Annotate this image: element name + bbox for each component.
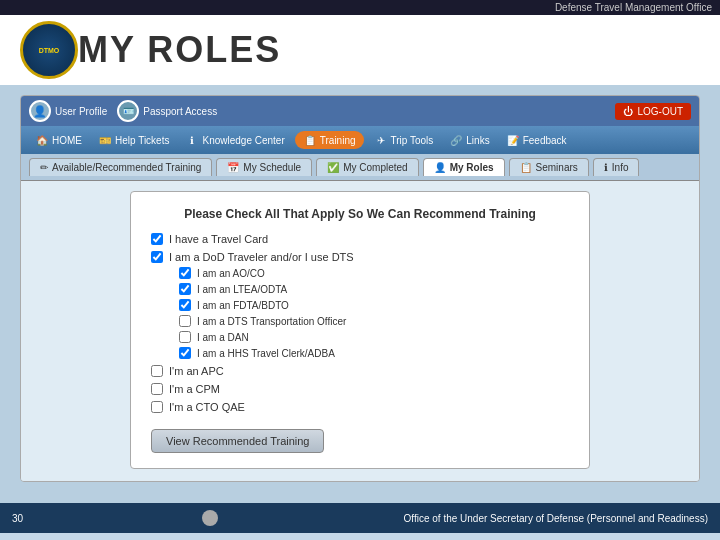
check-icon: ✅ <box>327 162 339 173</box>
trip-icon: ✈ <box>374 133 388 147</box>
nav-trip-tools[interactable]: ✈ Trip Tools <box>368 130 440 150</box>
checkbox-dts-transport[interactable]: I am a DTS Transportation Officer <box>179 315 569 327</box>
nav-home[interactable]: 🏠 HOME <box>29 130 88 150</box>
checkbox-group-apc: I'm an APC <box>151 365 569 377</box>
tab-my-schedule[interactable]: 📅 My Schedule <box>216 158 312 176</box>
tab-seminars[interactable]: 📋 Seminars <box>509 158 589 176</box>
page-title: MY ROLES <box>78 29 281 71</box>
tab-info[interactable]: ℹ Info <box>593 158 640 176</box>
calendar-icon: 📅 <box>227 162 239 173</box>
dan-checkbox[interactable] <box>179 331 191 343</box>
info-tab-icon: ℹ <box>604 162 608 173</box>
checkbox-cpm[interactable]: I'm a CPM <box>151 383 569 395</box>
info-icon: ℹ <box>185 133 199 147</box>
fdta-bdto-checkbox[interactable] <box>179 299 191 311</box>
form-title: Please Check All That Apply So We Can Re… <box>151 207 569 221</box>
dod-traveler-checkbox[interactable] <box>151 251 163 263</box>
dts-sub-checkboxes: I am an AO/CO I am an LTEA/ODTA I am an … <box>179 267 569 359</box>
passport-access-link[interactable]: 🪪 Passport Access <box>117 100 217 122</box>
checkbox-fdta-bdto[interactable]: I am an FDTA/BDTO <box>179 299 569 311</box>
top-bar-title: Defense Travel Management Office <box>555 2 712 13</box>
logout-button[interactable]: ⏻ LOG-OUT <box>615 103 691 120</box>
view-recommended-training-button[interactable]: View Recommended Training <box>151 429 324 453</box>
content-panel: Please Check All That Apply So We Can Re… <box>21 181 699 481</box>
hhs-travel-checkbox[interactable] <box>179 347 191 359</box>
dtmo-logo: DTMO <box>20 21 78 79</box>
power-icon: ⏻ <box>623 106 633 117</box>
checkbox-apc[interactable]: I'm an APC <box>151 365 569 377</box>
footer: 30 Office of the Under Secretary of Defe… <box>0 503 720 533</box>
tab-my-roles[interactable]: 👤 My Roles <box>423 158 505 176</box>
checkbox-group-travel-card: I have a Travel Card <box>151 233 569 245</box>
apc-checkbox[interactable] <box>151 365 163 377</box>
footer-text: Office of the Under Secretary of Defense… <box>404 513 708 524</box>
nav-knowledge-center[interactable]: ℹ Knowledge Center <box>179 130 290 150</box>
dts-transport-checkbox[interactable] <box>179 315 191 327</box>
tab-bar: ✏ Available/Recommended Training 📅 My Sc… <box>21 154 699 181</box>
seminar-icon: 📋 <box>520 162 532 173</box>
home-icon: 🏠 <box>35 133 49 147</box>
inner-window: 👤 User Profile 🪪 Passport Access ⏻ LOG-O… <box>20 95 700 482</box>
footer-logo <box>202 510 218 526</box>
tab-my-completed[interactable]: ✅ My Completed <box>316 158 418 176</box>
ao-co-checkbox[interactable] <box>179 267 191 279</box>
cpm-checkbox[interactable] <box>151 383 163 395</box>
user-avatar: 👤 <box>29 100 51 122</box>
user-profile-link[interactable]: 👤 User Profile <box>29 100 107 122</box>
nav-links[interactable]: 🔗 Links <box>443 130 495 150</box>
nav-help-tickets[interactable]: 🎫 Help Tickets <box>92 130 175 150</box>
checkbox-cto-qae[interactable]: I'm a CTO QAE <box>151 401 569 413</box>
passport-access-label: Passport Access <box>143 106 217 117</box>
ticket-icon: 🎫 <box>98 133 112 147</box>
training-icon: 📋 <box>303 133 317 147</box>
checkbox-group-cto-qae: I'm a CTO QAE <box>151 401 569 413</box>
checkbox-dan[interactable]: I am a DAN <box>179 331 569 343</box>
ltea-odta-checkbox[interactable] <box>179 283 191 295</box>
checkbox-dod-traveler[interactable]: I am a DoD Traveler and/or I use DTS <box>151 251 569 263</box>
checkbox-ltea-odta[interactable]: I am an LTEA/ODTA <box>179 283 569 295</box>
nav-feedback[interactable]: 📝 Feedback <box>500 130 573 150</box>
checkbox-group-cpm: I'm a CPM <box>151 383 569 395</box>
user-profile-label: User Profile <box>55 106 107 117</box>
user-bar: 👤 User Profile 🪪 Passport Access ⏻ LOG-O… <box>21 96 699 126</box>
tab-available-training[interactable]: ✏ Available/Recommended Training <box>29 158 212 176</box>
feedback-icon: 📝 <box>506 133 520 147</box>
checkbox-ao-co[interactable]: I am an AO/CO <box>179 267 569 279</box>
cto-qae-checkbox[interactable] <box>151 401 163 413</box>
roles-form-card: Please Check All That Apply So We Can Re… <box>130 191 590 469</box>
footer-page-number: 30 <box>12 513 23 524</box>
top-bar: Defense Travel Management Office <box>0 0 720 15</box>
travel-card-checkbox[interactable] <box>151 233 163 245</box>
nav-training[interactable]: 📋 Training <box>295 131 364 149</box>
passport-icon: 🪪 <box>117 100 139 122</box>
pencil-icon: ✏ <box>40 162 48 173</box>
roles-icon: 👤 <box>434 162 446 173</box>
header: DTMO MY ROLES <box>0 15 720 85</box>
checkbox-group-dod-traveler: I am a DoD Traveler and/or I use DTS I a… <box>151 251 569 359</box>
checkbox-travel-card[interactable]: I have a Travel Card <box>151 233 569 245</box>
checkbox-hhs-travel[interactable]: I am a HHS Travel Clerk/ADBA <box>179 347 569 359</box>
main-content: 👤 User Profile 🪪 Passport Access ⏻ LOG-O… <box>0 85 720 503</box>
nav-bar: 🏠 HOME 🎫 Help Tickets ℹ Knowledge Center… <box>21 126 699 154</box>
links-icon: 🔗 <box>449 133 463 147</box>
